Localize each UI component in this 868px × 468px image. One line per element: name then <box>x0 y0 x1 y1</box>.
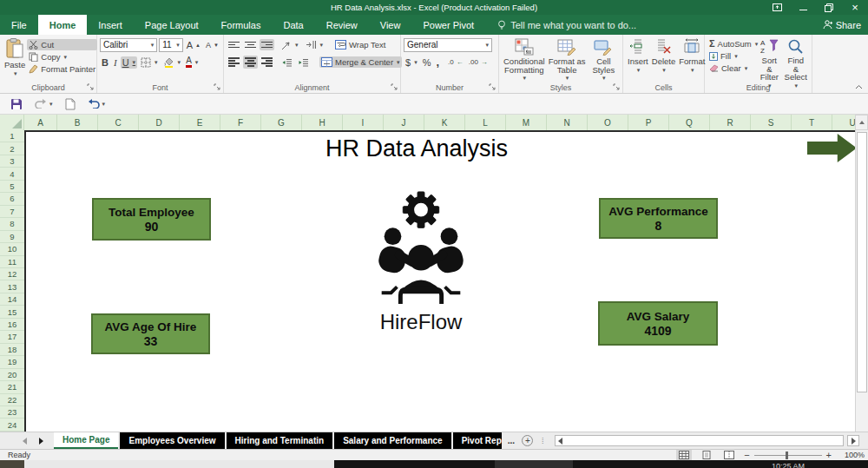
page-break-view-button[interactable] <box>721 450 737 460</box>
page-layout-view-button[interactable] <box>699 450 714 460</box>
column-header[interactable]: P <box>628 115 669 130</box>
ribbon-tab[interactable]: File <box>0 15 38 35</box>
column-header[interactable]: F <box>220 115 261 130</box>
row-header[interactable]: 10 <box>0 243 24 255</box>
number-dialog-launcher-icon[interactable] <box>489 83 496 91</box>
close-icon[interactable]: × <box>842 0 868 15</box>
top-align-button[interactable] <box>227 39 241 50</box>
restore-icon[interactable] <box>816 0 842 15</box>
row-header[interactable]: 18 <box>0 344 24 356</box>
vertical-scrollbar[interactable] <box>855 130 868 432</box>
align-right-button[interactable] <box>260 56 274 69</box>
sort-filter-button[interactable]: AZ Sort & Filter <box>758 37 781 82</box>
conditional-formatting-button[interactable]: Conditional Formatting <box>502 37 547 82</box>
format-cells-button[interactable]: Format <box>677 37 707 82</box>
comma-style-button[interactable]: , <box>434 55 441 69</box>
autosum-button[interactable]: Σ AutoSum <box>707 38 756 49</box>
text-direction-button[interactable] <box>304 39 326 50</box>
ribbon-tab[interactable]: Page Layout <box>134 15 210 35</box>
column-header[interactable]: J <box>384 115 424 130</box>
vertical-scrollbar-thumb[interactable] <box>857 132 867 392</box>
row-header[interactable]: 22 <box>0 394 24 406</box>
sheet-canvas[interactable]: HR Data Analysis Total Employee 90 AVG P… <box>24 130 855 432</box>
column-header[interactable]: S <box>751 115 792 130</box>
column-header[interactable]: B <box>57 115 98 130</box>
previous-sheet-icon[interactable] <box>23 438 27 445</box>
next-sheet-icon[interactable] <box>39 438 43 445</box>
clipboard-dialog-launcher-icon[interactable] <box>87 83 95 91</box>
row-header[interactable]: 5 <box>0 181 24 193</box>
find-select-button[interactable]: Find & Select <box>783 37 809 82</box>
sheet-tab[interactable]: Home Page <box>54 432 118 449</box>
clear-button[interactable]: Clear <box>707 63 756 74</box>
scroll-left-icon[interactable] <box>558 438 562 445</box>
align-center-button[interactable] <box>243 56 258 69</box>
fill-button[interactable]: Fill <box>707 50 756 62</box>
zoom-percentage[interactable]: 100% <box>838 451 865 459</box>
italic-button[interactable]: I <box>112 56 119 69</box>
kpi-card[interactable]: AVG Age Of Hire 33 <box>91 313 210 354</box>
row-header[interactable]: 23 <box>0 406 24 419</box>
font-size-select[interactable]: 11 <box>159 38 182 52</box>
increase-indent-button[interactable] <box>296 57 311 68</box>
zoom-slider-thumb[interactable] <box>786 452 788 459</box>
merge-center-button[interactable]: Merge & Center <box>319 56 402 68</box>
column-header[interactable]: I <box>343 115 384 130</box>
delete-cells-button[interactable]: Delete <box>650 37 677 82</box>
ribbon-tab[interactable]: View <box>369 15 412 35</box>
ribbon-tab[interactable]: Review <box>315 15 369 35</box>
column-header[interactable]: N <box>547 115 588 130</box>
scroll-up-button[interactable] <box>855 115 868 130</box>
sheet-tab[interactable]: Hiring and Terminatin <box>227 432 333 449</box>
format-as-table-button[interactable]: Format as Table <box>547 37 588 82</box>
row-header[interactable]: 7 <box>0 206 24 218</box>
fill-color-button[interactable] <box>161 56 183 69</box>
ribbon-display-options-icon[interactable] <box>764 0 790 15</box>
font-color-button[interactable]: A <box>184 56 200 69</box>
column-header[interactable]: G <box>261 115 302 130</box>
row-header[interactable]: 13 <box>0 280 24 293</box>
column-header[interactable]: Q <box>669 115 710 130</box>
row-header[interactable]: 2 <box>0 142 24 155</box>
align-left-button[interactable] <box>227 56 241 69</box>
shrink-font-button[interactable]: A▼ <box>204 40 220 50</box>
ribbon-tab[interactable]: Home <box>38 15 88 35</box>
select-all-corner[interactable] <box>0 115 24 130</box>
column-header[interactable]: U <box>832 115 855 130</box>
insert-cells-button[interactable]: Insert <box>626 37 650 82</box>
ribbon-tab[interactable]: Data <box>272 15 314 35</box>
cut-button[interactable]: Cut <box>27 39 97 50</box>
row-header[interactable]: 16 <box>0 319 24 331</box>
column-header[interactable]: L <box>465 115 506 130</box>
scroll-right-button[interactable] <box>847 435 859 446</box>
number-format-select[interactable]: General <box>404 38 492 52</box>
row-header[interactable]: 1 <box>0 130 24 142</box>
wrap-text-button[interactable]: Wrap Text <box>333 39 387 50</box>
row-header[interactable]: 3 <box>0 155 24 168</box>
horizontal-scrollbar[interactable] <box>555 435 845 446</box>
middle-align-button[interactable] <box>243 39 258 50</box>
row-header[interactable]: 17 <box>0 331 24 343</box>
share-button[interactable]: Share <box>823 15 861 35</box>
bottom-align-button[interactable] <box>260 39 274 50</box>
column-header[interactable]: R <box>710 115 751 130</box>
row-header[interactable]: 14 <box>0 293 24 306</box>
copy-button[interactable]: Copy <box>27 51 97 63</box>
cell-styles-button[interactable]: Cell Styles <box>588 37 620 82</box>
column-header[interactable]: E <box>180 115 220 130</box>
row-header[interactable]: 20 <box>0 369 24 381</box>
grow-font-button[interactable]: A▲ <box>185 39 202 51</box>
decrease-indent-button[interactable] <box>279 57 294 68</box>
column-header[interactable]: M <box>506 115 547 130</box>
kpi-card[interactable]: AVG Performance 8 <box>599 198 718 239</box>
accounting-format-button[interactable]: $ <box>404 56 419 69</box>
alignment-dialog-launcher-icon[interactable] <box>391 83 398 91</box>
row-header[interactable]: 24 <box>0 419 24 431</box>
row-header[interactable]: 6 <box>0 193 24 205</box>
normal-view-button[interactable] <box>676 450 692 460</box>
font-dialog-launcher-icon[interactable] <box>214 83 221 91</box>
underline-button[interactable]: U <box>121 56 137 69</box>
row-header[interactable]: 9 <box>0 231 24 243</box>
row-header[interactable]: 11 <box>0 256 24 268</box>
tell-me-box[interactable]: Tell me what you want to do... <box>497 15 636 35</box>
